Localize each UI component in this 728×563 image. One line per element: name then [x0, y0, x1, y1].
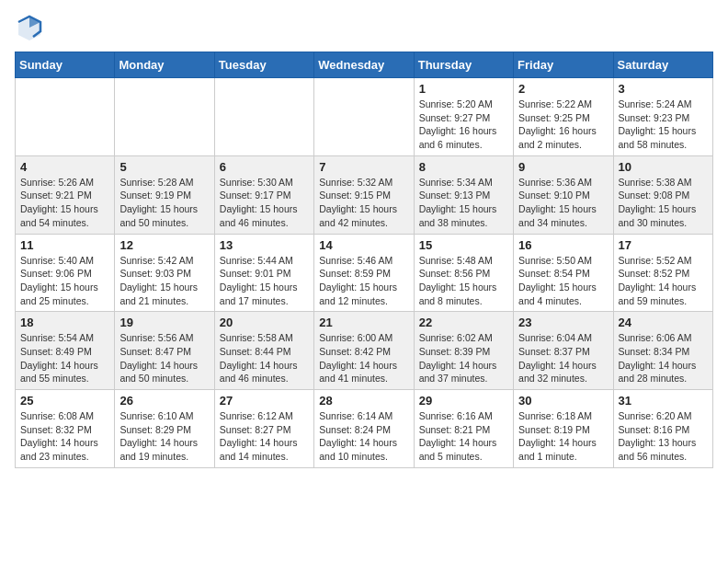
- day-number: 30: [518, 394, 608, 408]
- weekday-header-sunday: Sunday: [16, 52, 115, 78]
- day-cell: 3Sunrise: 5:24 AM Sunset: 9:23 PM Daylig…: [613, 78, 712, 156]
- day-number: 4: [20, 160, 109, 174]
- day-number: 31: [619, 394, 708, 408]
- page-header: [15, 15, 713, 44]
- week-row-4: 18Sunrise: 5:54 AM Sunset: 8:49 PM Dayli…: [16, 312, 713, 390]
- day-number: 27: [220, 394, 309, 408]
- day-number: 6: [220, 160, 309, 174]
- weekday-header-wednesday: Wednesday: [314, 52, 414, 78]
- day-number: 15: [419, 238, 508, 252]
- day-number: 8: [419, 160, 508, 174]
- week-row-3: 11Sunrise: 5:40 AM Sunset: 9:06 PM Dayli…: [16, 234, 713, 312]
- weekday-header-tuesday: Tuesday: [214, 52, 313, 78]
- day-number: 21: [319, 316, 408, 329]
- day-info: Sunrise: 5:56 AM Sunset: 8:47 PM Dayligh…: [119, 331, 209, 385]
- day-number: 20: [220, 316, 309, 329]
- day-number: 5: [119, 160, 209, 174]
- day-info: Sunrise: 5:24 AM Sunset: 9:23 PM Dayligh…: [619, 98, 708, 152]
- day-info: Sunrise: 6:16 AM Sunset: 8:21 PM Dayligh…: [419, 409, 508, 464]
- weekday-header-friday: Friday: [514, 52, 613, 78]
- day-number: 9: [518, 160, 608, 174]
- day-number: 16: [518, 238, 608, 252]
- week-row-1: 1Sunrise: 5:20 AM Sunset: 9:27 PM Daylig…: [16, 78, 713, 156]
- day-info: Sunrise: 6:04 AM Sunset: 8:37 PM Dayligh…: [518, 331, 608, 385]
- day-number: 7: [319, 160, 408, 174]
- day-number: 25: [20, 394, 109, 408]
- day-cell: 28Sunrise: 6:14 AM Sunset: 8:24 PM Dayli…: [314, 390, 414, 468]
- day-cell: 1Sunrise: 5:20 AM Sunset: 9:27 PM Daylig…: [414, 78, 513, 156]
- day-cell: 17Sunrise: 5:52 AM Sunset: 8:52 PM Dayli…: [613, 234, 712, 312]
- day-cell: [214, 78, 313, 156]
- day-cell: 4Sunrise: 5:26 AM Sunset: 9:21 PM Daylig…: [16, 155, 115, 234]
- day-number: 19: [119, 316, 209, 329]
- day-cell: 19Sunrise: 5:56 AM Sunset: 8:47 PM Dayli…: [115, 312, 214, 390]
- day-cell: 6Sunrise: 5:30 AM Sunset: 9:17 PM Daylig…: [214, 155, 313, 234]
- day-info: Sunrise: 5:22 AM Sunset: 9:25 PM Dayligh…: [518, 98, 608, 152]
- day-cell: 11Sunrise: 5:40 AM Sunset: 9:06 PM Dayli…: [16, 234, 115, 312]
- day-cell: 31Sunrise: 6:20 AM Sunset: 8:16 PM Dayli…: [613, 390, 712, 468]
- day-info: Sunrise: 5:44 AM Sunset: 9:01 PM Dayligh…: [220, 254, 309, 308]
- day-number: 24: [619, 316, 708, 329]
- day-number: 22: [419, 316, 508, 329]
- day-cell: 9Sunrise: 5:36 AM Sunset: 9:10 PM Daylig…: [514, 155, 613, 234]
- day-cell: 16Sunrise: 5:50 AM Sunset: 8:54 PM Dayli…: [514, 234, 613, 312]
- day-cell: 23Sunrise: 6:04 AM Sunset: 8:37 PM Dayli…: [514, 312, 613, 390]
- weekday-header-monday: Monday: [115, 52, 214, 78]
- day-info: Sunrise: 6:12 AM Sunset: 8:27 PM Dayligh…: [220, 409, 309, 464]
- day-info: Sunrise: 5:48 AM Sunset: 8:56 PM Dayligh…: [419, 254, 508, 308]
- day-number: 3: [619, 82, 708, 96]
- day-cell: 5Sunrise: 5:28 AM Sunset: 9:19 PM Daylig…: [115, 155, 214, 234]
- day-info: Sunrise: 5:20 AM Sunset: 9:27 PM Dayligh…: [419, 98, 508, 152]
- day-cell: 10Sunrise: 5:38 AM Sunset: 9:08 PM Dayli…: [613, 155, 712, 234]
- day-number: 14: [319, 238, 408, 252]
- day-cell: [115, 78, 214, 156]
- day-number: 26: [119, 394, 209, 408]
- day-cell: 29Sunrise: 6:16 AM Sunset: 8:21 PM Dayli…: [414, 390, 513, 468]
- day-cell: 13Sunrise: 5:44 AM Sunset: 9:01 PM Dayli…: [214, 234, 313, 312]
- day-number: 10: [619, 160, 708, 174]
- day-info: Sunrise: 6:08 AM Sunset: 8:32 PM Dayligh…: [20, 409, 109, 464]
- week-row-2: 4Sunrise: 5:26 AM Sunset: 9:21 PM Daylig…: [16, 155, 713, 234]
- weekday-header-row: SundayMondayTuesdayWednesdayThursdayFrid…: [16, 52, 713, 78]
- day-info: Sunrise: 5:34 AM Sunset: 9:13 PM Dayligh…: [419, 176, 508, 230]
- day-number: 12: [119, 238, 209, 252]
- day-info: Sunrise: 5:50 AM Sunset: 8:54 PM Dayligh…: [518, 254, 608, 308]
- day-number: 17: [619, 238, 708, 252]
- day-info: Sunrise: 6:20 AM Sunset: 8:16 PM Dayligh…: [619, 409, 708, 464]
- day-info: Sunrise: 5:52 AM Sunset: 8:52 PM Dayligh…: [619, 254, 708, 308]
- day-number: 23: [518, 316, 608, 329]
- day-cell: [16, 78, 115, 156]
- day-info: Sunrise: 5:54 AM Sunset: 8:49 PM Dayligh…: [20, 331, 109, 385]
- day-cell: 2Sunrise: 5:22 AM Sunset: 9:25 PM Daylig…: [514, 78, 613, 156]
- day-cell: 24Sunrise: 6:06 AM Sunset: 8:34 PM Dayli…: [613, 312, 712, 390]
- day-info: Sunrise: 5:42 AM Sunset: 9:03 PM Dayligh…: [119, 254, 209, 308]
- day-cell: 21Sunrise: 6:00 AM Sunset: 8:42 PM Dayli…: [314, 312, 414, 390]
- day-number: 11: [20, 238, 109, 252]
- weekday-header-saturday: Saturday: [613, 52, 712, 78]
- day-info: Sunrise: 5:40 AM Sunset: 9:06 PM Dayligh…: [20, 254, 109, 308]
- day-cell: 22Sunrise: 6:02 AM Sunset: 8:39 PM Dayli…: [414, 312, 513, 390]
- day-number: 1: [419, 82, 508, 96]
- day-cell: 8Sunrise: 5:34 AM Sunset: 9:13 PM Daylig…: [414, 155, 513, 234]
- day-cell: 7Sunrise: 5:32 AM Sunset: 9:15 PM Daylig…: [314, 155, 414, 234]
- day-cell: 26Sunrise: 6:10 AM Sunset: 8:29 PM Dayli…: [115, 390, 214, 468]
- day-number: 29: [419, 394, 508, 408]
- day-info: Sunrise: 5:38 AM Sunset: 9:08 PM Dayligh…: [619, 176, 708, 230]
- day-cell: [314, 78, 414, 156]
- weekday-header-thursday: Thursday: [414, 52, 513, 78]
- day-info: Sunrise: 6:06 AM Sunset: 8:34 PM Dayligh…: [619, 331, 708, 385]
- day-info: Sunrise: 5:46 AM Sunset: 8:59 PM Dayligh…: [319, 254, 408, 308]
- day-info: Sunrise: 5:30 AM Sunset: 9:17 PM Dayligh…: [220, 176, 309, 230]
- day-cell: 14Sunrise: 5:46 AM Sunset: 8:59 PM Dayli…: [314, 234, 414, 312]
- day-info: Sunrise: 6:18 AM Sunset: 8:19 PM Dayligh…: [518, 409, 608, 464]
- day-cell: 20Sunrise: 5:58 AM Sunset: 8:44 PM Dayli…: [214, 312, 313, 390]
- calendar-table: SundayMondayTuesdayWednesdayThursdayFrid…: [15, 52, 713, 468]
- day-info: Sunrise: 6:10 AM Sunset: 8:29 PM Dayligh…: [119, 409, 209, 464]
- day-info: Sunrise: 5:28 AM Sunset: 9:19 PM Dayligh…: [119, 176, 209, 230]
- day-cell: 12Sunrise: 5:42 AM Sunset: 9:03 PM Dayli…: [115, 234, 214, 312]
- day-info: Sunrise: 5:26 AM Sunset: 9:21 PM Dayligh…: [20, 176, 109, 230]
- week-row-5: 25Sunrise: 6:08 AM Sunset: 8:32 PM Dayli…: [16, 390, 713, 468]
- day-number: 13: [220, 238, 309, 252]
- day-number: 18: [20, 316, 109, 329]
- day-info: Sunrise: 5:32 AM Sunset: 9:15 PM Dayligh…: [319, 176, 408, 230]
